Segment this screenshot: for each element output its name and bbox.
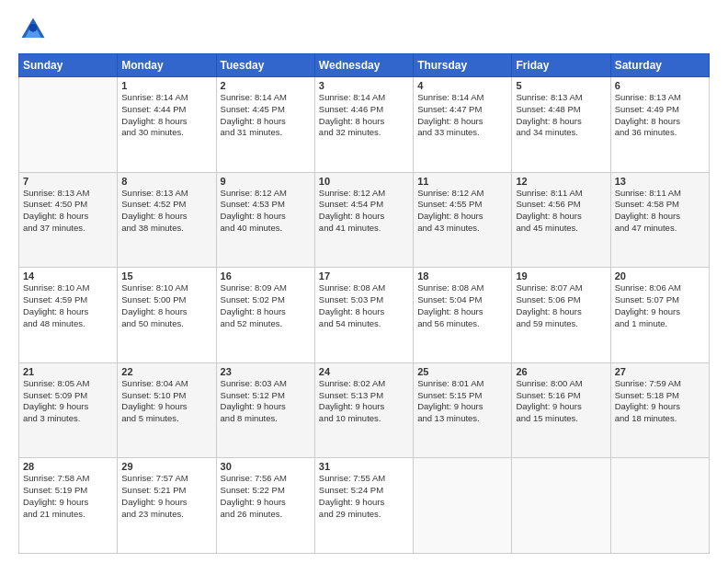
- calendar-cell: 19Sunrise: 8:07 AMSunset: 5:06 PMDayligh…: [512, 268, 610, 363]
- day-number: 11: [417, 176, 507, 187]
- day-info: Daylight: 8 hours: [615, 211, 705, 223]
- header-row: SundayMondayTuesdayWednesdayThursdayFrid…: [19, 54, 710, 77]
- day-info: Sunset: 4:54 PM: [319, 199, 409, 211]
- day-info: and 59 minutes.: [516, 318, 606, 330]
- day-info: Sunset: 4:59 PM: [23, 294, 113, 306]
- day-number: 30: [221, 461, 311, 472]
- day-number: 23: [221, 366, 311, 377]
- day-info: and 33 minutes.: [417, 127, 507, 139]
- day-info: Sunset: 5:16 PM: [516, 390, 606, 402]
- day-number: 17: [319, 270, 409, 282]
- calendar-cell: 29Sunrise: 7:57 AMSunset: 5:21 PMDayligh…: [118, 458, 216, 554]
- day-info: Sunrise: 7:55 AM: [319, 473, 409, 485]
- day-info: Sunrise: 8:10 AM: [121, 282, 211, 294]
- weekday-header: Saturday: [610, 54, 709, 77]
- calendar-cell: 1Sunrise: 8:14 AMSunset: 4:44 PMDaylight…: [118, 77, 216, 173]
- day-info: and 48 minutes.: [23, 318, 113, 330]
- day-info: Daylight: 8 hours: [417, 306, 507, 318]
- calendar-cell: 11Sunrise: 8:12 AMSunset: 4:55 PMDayligh…: [414, 172, 512, 268]
- day-number: 8: [121, 176, 211, 187]
- weekday-header: Thursday: [414, 54, 512, 77]
- day-info: Sunrise: 8:12 AM: [221, 188, 311, 200]
- day-info: and 52 minutes.: [221, 318, 311, 330]
- day-number: 22: [121, 366, 211, 377]
- day-number: 5: [516, 80, 606, 91]
- day-info: Daylight: 8 hours: [516, 306, 606, 318]
- day-info: Sunset: 4:58 PM: [615, 199, 705, 211]
- day-info: Sunrise: 8:02 AM: [319, 378, 409, 390]
- day-info: Sunrise: 8:13 AM: [121, 188, 211, 200]
- day-info: Daylight: 8 hours: [23, 306, 113, 318]
- calendar-week-row: 14Sunrise: 8:10 AMSunset: 4:59 PMDayligh…: [19, 268, 710, 363]
- day-info: and 34 minutes.: [516, 127, 606, 139]
- calendar-week-row: 21Sunrise: 8:05 AMSunset: 5:09 PMDayligh…: [19, 362, 710, 458]
- day-info: Daylight: 9 hours: [417, 401, 507, 413]
- calendar-cell: 6Sunrise: 8:13 AMSunset: 4:49 PMDaylight…: [610, 77, 709, 173]
- day-info: Sunset: 5:24 PM: [319, 485, 409, 497]
- day-info: Daylight: 9 hours: [319, 401, 409, 413]
- day-number: 6: [615, 80, 705, 91]
- calendar-cell: 31Sunrise: 7:55 AMSunset: 5:24 PMDayligh…: [314, 458, 413, 554]
- day-info: Sunrise: 8:12 AM: [319, 188, 409, 200]
- day-info: and 32 minutes.: [319, 127, 409, 139]
- day-info: Sunrise: 7:57 AM: [121, 473, 211, 485]
- day-info: Daylight: 9 hours: [23, 497, 113, 509]
- calendar-cell: 8Sunrise: 8:13 AMSunset: 4:52 PMDaylight…: [118, 172, 216, 268]
- day-info: Daylight: 9 hours: [615, 306, 705, 318]
- day-info: Sunset: 4:50 PM: [23, 199, 113, 211]
- day-info: Sunset: 4:53 PM: [221, 199, 311, 211]
- page: SundayMondayTuesdayWednesdayThursdayFrid…: [0, 0, 728, 563]
- calendar-week-row: 28Sunrise: 7:58 AMSunset: 5:19 PMDayligh…: [19, 458, 710, 554]
- day-number: 28: [23, 461, 113, 472]
- calendar-cell: 10Sunrise: 8:12 AMSunset: 4:54 PMDayligh…: [314, 172, 413, 268]
- day-info: Sunrise: 8:12 AM: [417, 188, 507, 200]
- day-info: Sunrise: 8:08 AM: [319, 282, 409, 294]
- day-info: and 23 minutes.: [121, 509, 211, 521]
- day-info: Sunrise: 8:13 AM: [615, 92, 705, 104]
- day-info: and 31 minutes.: [221, 127, 311, 139]
- day-info: and 38 minutes.: [121, 223, 211, 235]
- weekday-header: Sunday: [19, 54, 118, 77]
- calendar-cell: 15Sunrise: 8:10 AMSunset: 5:00 PMDayligh…: [118, 268, 216, 363]
- day-info: Sunrise: 8:14 AM: [121, 92, 211, 104]
- day-info: Daylight: 8 hours: [417, 211, 507, 223]
- calendar-cell: 25Sunrise: 8:01 AMSunset: 5:15 PMDayligh…: [414, 362, 512, 458]
- day-info: and 40 minutes.: [221, 223, 311, 235]
- day-number: 24: [319, 366, 409, 377]
- day-info: and 47 minutes.: [615, 223, 705, 235]
- day-info: Daylight: 8 hours: [516, 116, 606, 128]
- weekday-header: Tuesday: [216, 54, 314, 77]
- calendar-cell: 12Sunrise: 8:11 AMSunset: 4:56 PMDayligh…: [512, 172, 610, 268]
- day-info: Sunrise: 8:11 AM: [516, 188, 606, 200]
- day-info: Daylight: 9 hours: [516, 401, 606, 413]
- calendar-cell: [19, 77, 118, 173]
- day-info: Sunrise: 7:56 AM: [221, 473, 311, 485]
- day-info: Daylight: 8 hours: [319, 116, 409, 128]
- calendar-cell: 27Sunrise: 7:59 AMSunset: 5:18 PMDayligh…: [610, 362, 709, 458]
- day-info: and 43 minutes.: [417, 223, 507, 235]
- day-info: Sunset: 5:04 PM: [417, 294, 507, 306]
- day-info: Sunset: 4:55 PM: [417, 199, 507, 211]
- day-info: Sunrise: 8:08 AM: [417, 282, 507, 294]
- day-info: Sunrise: 8:10 AM: [23, 282, 113, 294]
- calendar-cell: 24Sunrise: 8:02 AMSunset: 5:13 PMDayligh…: [314, 362, 413, 458]
- day-number: 25: [417, 366, 507, 377]
- day-info: Sunset: 4:49 PM: [615, 104, 705, 116]
- weekday-header: Monday: [118, 54, 216, 77]
- day-number: 13: [615, 176, 705, 187]
- day-info: Sunrise: 8:14 AM: [319, 92, 409, 104]
- day-info: Daylight: 9 hours: [121, 497, 211, 509]
- day-info: Daylight: 8 hours: [221, 211, 311, 223]
- day-number: 16: [221, 270, 311, 282]
- day-number: 21: [23, 366, 113, 377]
- calendar-cell: 30Sunrise: 7:56 AMSunset: 5:22 PMDayligh…: [216, 458, 314, 554]
- calendar-week-row: 1Sunrise: 8:14 AMSunset: 4:44 PMDaylight…: [19, 77, 710, 173]
- day-info: Sunrise: 8:05 AM: [23, 378, 113, 390]
- day-number: 14: [23, 270, 113, 282]
- calendar-cell: 20Sunrise: 8:06 AMSunset: 5:07 PMDayligh…: [610, 268, 709, 363]
- header: [18, 15, 710, 44]
- day-info: and 18 minutes.: [615, 413, 705, 425]
- day-info: Sunset: 5:15 PM: [417, 390, 507, 402]
- calendar-cell: 13Sunrise: 8:11 AMSunset: 4:58 PMDayligh…: [610, 172, 709, 268]
- day-info: Daylight: 8 hours: [23, 211, 113, 223]
